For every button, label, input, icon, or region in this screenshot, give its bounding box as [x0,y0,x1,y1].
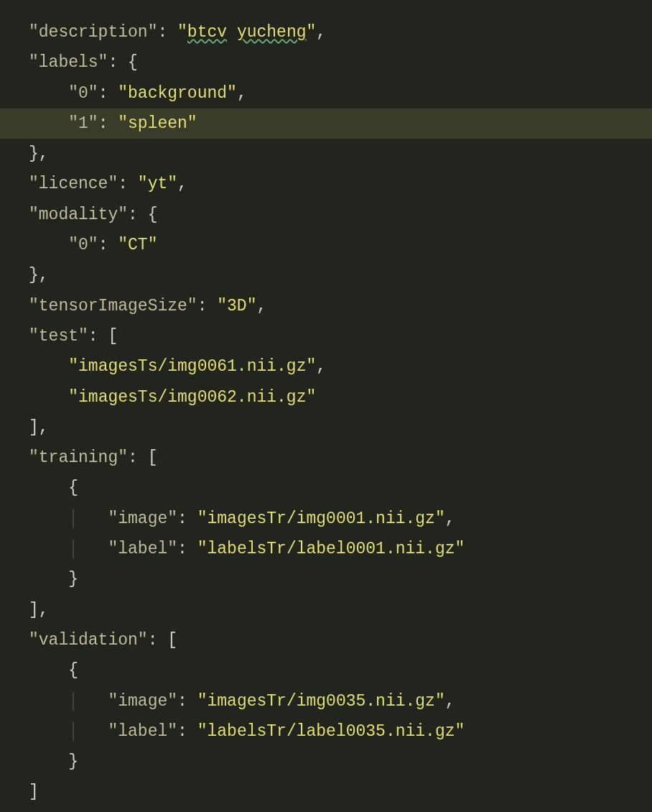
code-line: ], [0,412,652,443]
json-string: " [307,23,317,42]
json-string: "imagesTs/img0061.nii.gz" [68,357,316,376]
code-line: "test": [ [0,321,652,351]
punct-open-brace: { [68,661,78,680]
punct-colon: : [177,692,197,711]
indent [29,752,68,771]
indent [29,570,68,589]
code-line: "labels": { [0,47,652,78]
code-line: │ "image": "imagesTr/img0035.nii.gz", [0,686,652,716]
punct-close-brace: } [68,752,78,771]
punct-close-brace: }, [29,144,49,163]
indent [29,357,68,376]
code-line: "modality": { [0,200,652,230]
punct-colon: : [98,114,118,133]
json-key: "modality" [29,206,128,224]
punct-colon: : [177,540,197,558]
punct-colon: : [128,206,148,224]
punct-close-brace: }, [29,266,49,285]
punct-comma: , [316,23,326,42]
indent-guide: │ [68,509,108,528]
json-key: "0" [68,236,98,254]
code-line: "0": "background", [0,78,652,109]
indent-guide: │ [68,540,108,558]
code-line: "tensorImageSize": "3D", [0,291,652,321]
code-line: { [0,655,652,686]
json-string: "background" [118,84,237,103]
json-string: "labelsTr/label0001.nii.gz" [197,540,465,558]
punct-comma: , [177,175,187,193]
code-line: "validation": [ [0,625,652,655]
code-line: │ "image": "imagesTr/img0001.nii.gz", [0,504,652,534]
punct-colon: : [118,175,138,193]
punct-comma: , [256,297,266,315]
code-line: "licence": "yt", [0,169,652,199]
code-line: │ "label": "labelsTr/label0035.nii.gz" [0,716,652,747]
indent [29,722,68,741]
json-string: "labelsTr/label0035.nii.gz" [197,722,465,741]
json-key: "label" [108,722,177,741]
json-key: "test" [29,327,88,346]
json-key: "tensorImageSize" [29,297,197,315]
json-string: " [177,23,187,42]
punct-comma: , [316,357,326,376]
indent [29,692,68,711]
code-editor[interactable]: "description": "btcv yucheng","labels": … [0,0,652,812]
punct-colon: : [157,23,177,42]
indent-guide: │ [68,722,108,741]
indent [29,540,68,558]
punct-open-brace: { [68,479,78,497]
indent [29,236,68,254]
code-line: ] [0,777,652,807]
json-key: "description" [29,23,157,42]
punct-comma: , [445,509,455,528]
json-key: "image" [108,509,177,528]
punct-colon: : [148,631,168,650]
json-key: "training" [29,448,128,467]
code-line: } [0,747,652,777]
json-string: "spleen" [118,114,197,133]
json-key: "validation" [29,631,148,650]
punct-colon: : [177,509,197,528]
indent [29,84,68,103]
json-string: "3D" [217,297,256,315]
punct-open-brace: { [148,206,158,224]
punct-open-brace: { [128,53,138,72]
punct-close-bracket: ], [29,418,49,437]
punct-colon: : [88,327,108,346]
punct-open-bracket: [ [108,327,118,346]
json-string: "imagesTr/img0035.nii.gz" [197,692,445,711]
indent [29,479,68,497]
code-line: { [0,473,652,503]
json-string: "imagesTs/img0062.nii.gz" [68,388,316,407]
json-string [227,23,237,42]
json-string: "CT" [118,236,157,254]
indent-guide: │ [68,692,108,711]
code-line-highlighted: "1": "spleen" [0,109,652,139]
punct-close-bracket: ], [29,601,49,619]
indent [29,114,68,133]
code-line: }, [0,260,652,290]
json-key: "label" [108,540,177,558]
punct-close-brace: } [68,570,78,589]
json-key: "0" [68,84,98,103]
code-line: "0": "CT" [0,230,652,260]
json-string-spellcheck: btcv [187,23,227,42]
punct-colon: : [98,236,118,254]
json-string: "imagesTr/img0001.nii.gz" [197,509,445,528]
code-line: "training": [ [0,443,652,473]
json-key: "image" [108,692,177,711]
punct-open-bracket: [ [148,448,158,467]
punct-open-bracket: [ [167,631,177,650]
json-key: "labels" [29,53,108,72]
punct-colon: : [108,53,128,72]
code-line: "description": "btcv yucheng", [0,17,652,47]
indent [29,509,68,528]
indent [29,661,68,680]
punct-colon: : [177,722,197,741]
code-line: }, [0,139,652,169]
punct-colon: : [98,84,118,103]
code-line: } [0,564,652,594]
indent [29,388,68,407]
code-line: "imagesTs/img0062.nii.gz" [0,382,652,412]
punct-close-bracket: ] [29,783,39,801]
